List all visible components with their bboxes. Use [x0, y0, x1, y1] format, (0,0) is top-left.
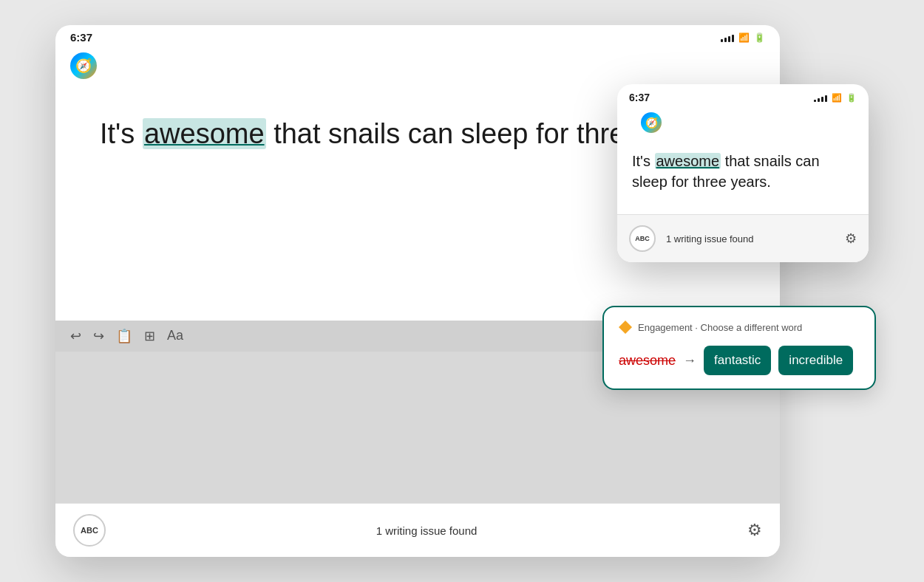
redo-icon[interactable]: ↪ [93, 328, 104, 344]
abc-badge-small: ABC [629, 225, 656, 252]
small-signal-icon [814, 93, 827, 102]
signal-bars-icon [721, 33, 734, 42]
large-status-bar: 6:37 📶 🔋 [55, 25, 780, 47]
small-text-before: It's [632, 153, 655, 169]
browser-small: 6:37 📶 🔋 🧭 It's awesome that snails can … [617, 84, 869, 262]
large-status-icons: 📶 🔋 [721, 32, 765, 43]
small-time: 6:37 [629, 92, 650, 103]
diamond-icon-small [619, 321, 632, 334]
abc-badge-large: ABC [73, 514, 106, 547]
arrow-small: → [683, 353, 696, 369]
text-before: It's [100, 118, 143, 149]
popup-small-header: Engagement · Choose a different word [619, 321, 860, 334]
popup-small-header-text: Engagement · Choose a different word [638, 322, 802, 333]
suggestions-row-small: awesome → fantastic incredible [619, 346, 860, 375]
writing-issue-large: 1 writing issue found [376, 524, 478, 537]
gear-icon-large[interactable]: ⚙ [747, 521, 762, 540]
battery-icon: 🔋 [754, 32, 765, 43]
small-status-icons: 📶 🔋 [814, 93, 857, 103]
writing-issue-small: 1 writing issue found [666, 233, 835, 244]
gear-icon-small[interactable]: ⚙ [845, 230, 857, 247]
safari-logo: 🧭 [70, 52, 97, 79]
highlighted-awesome-small: awesome [655, 153, 721, 169]
scene: 6:37 📶 🔋 🧭 It's awesome that snails can … [55, 25, 869, 557]
large-bottom-bar: ABC 1 writing issue found ⚙ [55, 503, 780, 557]
large-time: 6:37 [70, 31, 92, 44]
small-browser-content: It's awesome that snails can sleep for t… [617, 139, 869, 207]
small-bottom-bar: ABC 1 writing issue found ⚙ [617, 214, 869, 262]
small-wifi-icon: 📶 [832, 93, 842, 103]
original-word-small: awesome [619, 353, 676, 369]
wifi-icon: 📶 [738, 32, 750, 43]
small-safari-logo: 🧭 [641, 112, 662, 133]
small-battery-icon: 🔋 [846, 93, 857, 103]
suggestion-fantastic-small[interactable]: fantastic [704, 346, 771, 375]
small-sentence: It's awesome that snails can sleep for t… [632, 151, 854, 192]
small-status-bar: 6:37 📶 🔋 [617, 84, 869, 106]
suggestion-popup-small: Engagement · Choose a different word awe… [602, 306, 876, 390]
font-icon[interactable]: Aa [167, 328, 183, 343]
abc-label-small: ABC [635, 235, 650, 242]
table-icon[interactable]: ⊞ [144, 328, 155, 344]
copy-icon[interactable]: 📋 [116, 328, 132, 344]
suggestion-incredible-small[interactable]: incredible [778, 346, 853, 375]
highlighted-awesome-large: awesome [143, 118, 266, 149]
undo-icon[interactable]: ↩ [70, 328, 81, 344]
abc-label-large: ABC [81, 526, 98, 535]
